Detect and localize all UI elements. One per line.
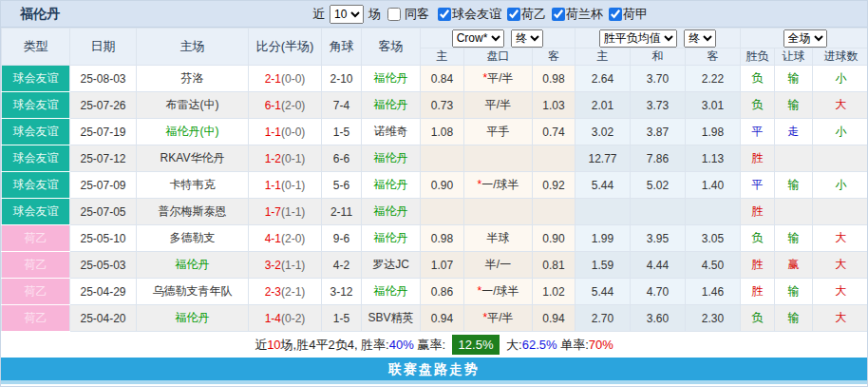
away-team-cell: 福伦丹 bbox=[362, 199, 421, 225]
match-type-cell: 荷乙 bbox=[2, 305, 70, 332]
league-trend-button[interactable]: 联赛盘路走势 bbox=[1, 358, 867, 380]
league-label-3: 荷甲 bbox=[623, 6, 648, 23]
result-cell: 胜 bbox=[741, 279, 775, 305]
goals-result-cell: 大 bbox=[813, 279, 868, 305]
result-cell: 负 bbox=[741, 305, 775, 332]
league-checkbox-0[interactable] bbox=[438, 8, 451, 21]
corner-cell: 2-10 bbox=[322, 66, 362, 92]
ah-line-cell: 半/一 bbox=[464, 252, 533, 279]
europe-odds-select[interactable]: 胜平负均值 bbox=[599, 29, 677, 48]
result-cell: 胜 bbox=[741, 252, 775, 279]
ah-home-odds-cell: 0.73 bbox=[421, 92, 464, 119]
handicap-result-cell: 赢 bbox=[775, 252, 813, 279]
match-type-cell: 荷乙 bbox=[2, 279, 70, 305]
col-header-corner: 角球 bbox=[322, 29, 362, 66]
result-cell: 平 bbox=[741, 119, 775, 145]
league-label-0: 球会友谊 bbox=[452, 6, 501, 23]
summary-part: 10 bbox=[267, 338, 280, 352]
summary-part: 40% bbox=[389, 338, 414, 352]
home-team-cell: 福伦丹 bbox=[137, 305, 249, 332]
ah-line-cell: *平/半 bbox=[464, 305, 533, 332]
score-cell: 2-3(2-1) bbox=[249, 279, 322, 305]
away-team-cell: SBV精英 bbox=[362, 305, 421, 332]
away-team-cell: 诺维奇 bbox=[362, 119, 421, 145]
ah-away-odds-cell bbox=[533, 145, 576, 172]
ah-home-odds-cell: 0.90 bbox=[421, 172, 464, 199]
ah-away-odds-cell: 1.02 bbox=[533, 279, 576, 305]
ah-away-odds-cell: 0.94 bbox=[533, 305, 576, 332]
europe-stage-select[interactable]: 终 bbox=[684, 29, 716, 48]
home-team-cell: 芬洛 bbox=[137, 66, 249, 92]
table-row: 球会友谊25-07-19福伦丹(中)1-1(0-0)1-5诺维奇1.08平手0.… bbox=[2, 119, 868, 145]
subcol-ah-line: 盘口 bbox=[464, 48, 533, 66]
scope-group: 全场 bbox=[741, 29, 868, 48]
same-away-checkbox[interactable] bbox=[387, 8, 401, 21]
ah-line-cell bbox=[464, 145, 533, 172]
ah-away-odds-cell: 0.98 bbox=[533, 66, 576, 92]
eu-draw-odds-cell: 3.87 bbox=[631, 119, 686, 145]
handicap-result-cell: 走 bbox=[775, 119, 813, 145]
away-team-cell: 福伦丹 bbox=[362, 279, 421, 305]
subcol-ah-away: 客 bbox=[533, 48, 576, 66]
team-name: 福伦丹 bbox=[20, 6, 60, 23]
summary-part: 62.5% bbox=[522, 338, 557, 352]
league-checkbox-3[interactable] bbox=[609, 8, 622, 21]
match-type-cell: 球会友谊 bbox=[2, 199, 70, 225]
ah-line-cell: 平手 bbox=[464, 119, 533, 145]
eu-away-odds-cell: 1.13 bbox=[686, 145, 741, 172]
summary-bar: 近10场,胜4平2负4, 胜率:40% 赢率: 12.5% 大:62.5% 单率… bbox=[1, 332, 867, 358]
eu-draw-odds-cell bbox=[631, 199, 686, 225]
bookmaker-select[interactable]: Crow* bbox=[452, 29, 504, 48]
match-type-cell: 荷乙 bbox=[2, 252, 70, 279]
result-cell: 平 bbox=[741, 172, 775, 199]
subcol-eu-draw: 和 bbox=[631, 48, 686, 66]
table-row: 球会友谊25-07-05普尔梅斯泰恩1-7(1-1)2-11福伦丹胜 bbox=[2, 199, 868, 225]
score-cell: 1-4(0-2) bbox=[249, 305, 322, 332]
europe-odds-group: 胜平负均值 终 bbox=[576, 29, 741, 48]
score-cell: 2-1(0-0) bbox=[249, 66, 322, 92]
ah-home-odds-cell: 1.07 bbox=[421, 252, 464, 279]
league-checkbox-2[interactable] bbox=[552, 8, 565, 21]
match-type-cell: 球会友谊 bbox=[2, 172, 70, 199]
handicap-result-cell bbox=[775, 145, 813, 172]
scope-select[interactable]: 全场 bbox=[783, 29, 827, 48]
ah-away-odds-cell: 0.81 bbox=[533, 252, 576, 279]
ah-line-cell: *一/球半 bbox=[464, 172, 533, 199]
eu-draw-odds-cell: 3.60 bbox=[631, 305, 686, 332]
ah-line-cell bbox=[464, 199, 533, 225]
match-type-cell: 球会友谊 bbox=[2, 66, 70, 92]
table-row: 球会友谊25-07-12RKAV华伦丹1-2(0-1)6-6福伦丹12.777.… bbox=[2, 145, 868, 172]
match-date-cell: 25-07-12 bbox=[70, 145, 137, 172]
ah-line-cell: *平/半 bbox=[464, 66, 533, 92]
eu-home-odds-cell: 12.77 bbox=[576, 145, 631, 172]
recent-count-select[interactable]: 10 bbox=[330, 5, 364, 24]
col-header-away: 客场 bbox=[362, 29, 421, 66]
goals-result-cell: 小 bbox=[813, 66, 868, 92]
match-date-cell: 25-07-19 bbox=[70, 119, 137, 145]
league-checkbox-1[interactable] bbox=[507, 8, 520, 21]
corner-cell: 1-5 bbox=[322, 305, 362, 332]
corner-cell: 9-6 bbox=[322, 225, 362, 252]
match-type-cell: 荷乙 bbox=[2, 225, 70, 252]
bookmaker-stage-select[interactable]: 终 bbox=[511, 29, 543, 48]
subcol-eu-away: 客 bbox=[686, 48, 741, 66]
eu-draw-odds-cell: 7.86 bbox=[631, 145, 686, 172]
eu-home-odds-cell: 1.99 bbox=[576, 225, 631, 252]
asian-odds-group: Crow* 终 bbox=[421, 29, 576, 48]
ah-home-odds-cell: 0.84 bbox=[421, 66, 464, 92]
handicap-result-cell: 输 bbox=[775, 225, 813, 252]
home-team-cell: 多德勒支 bbox=[137, 225, 249, 252]
ah-line-cell: *一/球半 bbox=[464, 279, 533, 305]
subcol-goals: 进球数 bbox=[813, 48, 868, 66]
match-rows: 球会友谊25-08-03芬洛2-1(0-0)2-10福伦丹0.84*平/半0.9… bbox=[2, 66, 868, 332]
home-team-cell: 福伦丹 bbox=[137, 252, 249, 279]
away-team-cell: 罗达JC bbox=[362, 252, 421, 279]
corner-cell: 4-2 bbox=[322, 252, 362, 279]
home-team-cell: 布雷达(中) bbox=[137, 92, 249, 119]
eu-draw-odds-cell: 4.70 bbox=[631, 279, 686, 305]
goals-result-cell bbox=[813, 199, 868, 225]
home-team-cell: RKAV华伦丹 bbox=[137, 145, 249, 172]
corner-cell: 5-6 bbox=[322, 172, 362, 199]
topbar: 福伦丹 近 10 场 同客 球会友谊荷乙荷兰杯荷甲 bbox=[1, 1, 867, 28]
score-cell: 1-2(0-1) bbox=[249, 145, 322, 172]
